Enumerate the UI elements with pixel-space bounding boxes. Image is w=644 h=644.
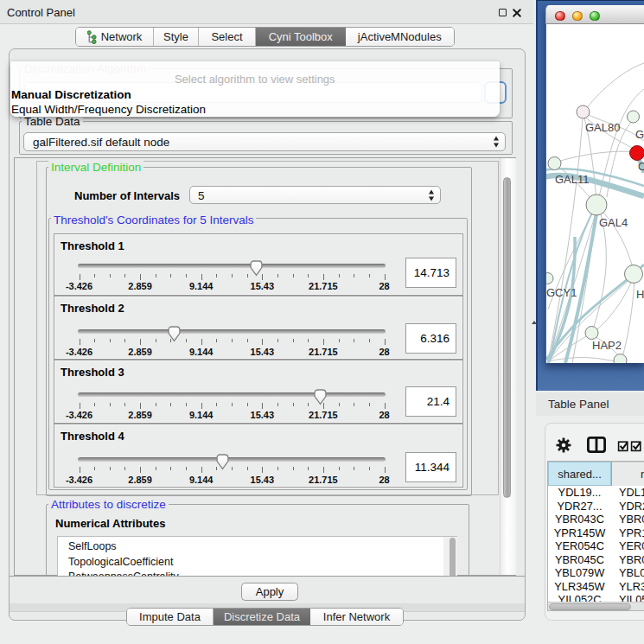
- svg-text:C: C: [638, 160, 644, 173]
- svg-text:GAL11: GAL11: [555, 173, 590, 186]
- svg-text:GA: GA: [635, 128, 644, 141]
- svg-text:GAL4: GAL4: [599, 216, 628, 229]
- svg-text:HAP2: HAP2: [592, 339, 622, 352]
- svg-text:GCY1: GCY1: [546, 286, 577, 299]
- svg-text:GAL80: GAL80: [585, 121, 620, 134]
- svg-text:H: H: [636, 288, 644, 301]
